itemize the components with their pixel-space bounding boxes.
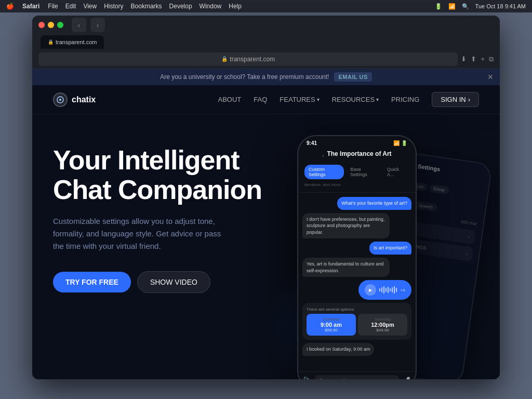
show-video-button[interactable]: SHOW VIDEO — [137, 271, 210, 293]
tab-url: transparent.com — [56, 39, 97, 45]
phone-tabs: Custom Settings Base Settings Quick A... — [304, 165, 409, 179]
bookmarks-menu[interactable]: Bookmarks — [131, 3, 162, 10]
active-tab[interactable]: 🔒 transparent.com — [41, 35, 104, 49]
addr-icons: ⬇ ⬆ + ⧉ — [461, 55, 494, 63]
email-us-button[interactable]: EMAIL US — [334, 72, 371, 82]
window-menu[interactable]: Window — [200, 3, 222, 10]
back-button[interactable]: ‹ — [72, 18, 86, 32]
try-free-button[interactable]: TRY FOR FREE — [53, 272, 131, 292]
hero-title-line1: Your Intelligent — [53, 145, 240, 175]
chat-msg-bot2: Yes, art is fundamental to culture and s… — [302, 258, 390, 277]
clock: Tue Oct 18 9:41 AM — [475, 3, 526, 9]
phones-container: Custom Settings Pure Numbered List Essay… — [271, 125, 479, 374]
phone-status-bar: 9:41 📶 🔋 — [298, 136, 416, 148]
hero-buttons: TRY FOR FREE SHOW VIDEO — [53, 271, 271, 293]
maximize-button[interactable] — [57, 22, 63, 28]
logo[interactable]: chatix — [53, 92, 96, 107]
settings-chevron-1: › — [468, 234, 470, 240]
booking-price-1: $56.90 — [311, 328, 352, 332]
browser-chrome: ‹ › 🔒 transparent.com 🔒 transparent.com … — [32, 16, 500, 69]
announcement-bar: Are you a university or school? Take a f… — [32, 69, 500, 85]
share-icon[interactable]: ⬆ — [471, 55, 476, 63]
download-icon[interactable]: ⬇ — [461, 55, 467, 63]
announcement-text: Are you a university or school? Take a f… — [160, 73, 329, 81]
help-menu[interactable]: Help — [229, 3, 242, 10]
booking-time-1: 9:00 am — [311, 322, 352, 328]
booking-label: There are several options: — [307, 307, 407, 312]
booking-price-2: $49.90 — [362, 328, 403, 332]
history-menu[interactable]: History — [104, 3, 123, 10]
browser-window: ‹ › 🔒 transparent.com 🔒 transparent.com … — [32, 16, 500, 379]
resources-nav-link[interactable]: RESOURCES ▾ — [332, 96, 379, 103]
chat-msg-booked: I booked on Saturday, 9:00 am — [302, 343, 374, 356]
close-announcement-button[interactable]: ✕ — [487, 73, 494, 81]
file-menu[interactable]: File — [48, 3, 58, 10]
chat-msg-question1: What's your favorite type of art? — [337, 197, 411, 210]
phone-chat: What's your favorite type of art? I don'… — [298, 193, 416, 371]
tab-quick[interactable]: Quick A... — [383, 165, 409, 179]
develop-menu[interactable]: Develop — [169, 3, 192, 10]
hero-title: Your Intelligent Chat Companion — [53, 145, 271, 205]
wifi-icon: 📶 — [448, 3, 456, 10]
tabs-icon[interactable]: ⧉ — [489, 55, 494, 63]
pricing-nav-link[interactable]: PRICING — [391, 96, 419, 103]
view-menu[interactable]: View — [83, 3, 97, 10]
close-button[interactable] — [38, 22, 45, 28]
booking-slot-1[interactable]: Saturday 9:00 am $56.90 — [307, 314, 356, 336]
site-nav: chatix ABOUT FAQ FEATURES ▾ RESOURCES ▾ … — [32, 85, 500, 114]
desktop: 🍎 Safari File Edit View History Bookmark… — [0, 0, 532, 399]
about-nav-link[interactable]: ABOUT — [218, 96, 242, 103]
faq-nav-link[interactable]: FAQ — [254, 96, 267, 103]
add-tab-icon[interactable]: + — [481, 55, 485, 63]
hero-section: Your Intelligent Chat Companion Customiz… — [32, 114, 500, 379]
phone-screen: 9:41 📶 🔋 ‹ The Importance of Art — [298, 136, 416, 379]
svg-point-1 — [59, 99, 61, 101]
resources-dropdown-arrow: ▾ — [376, 97, 379, 102]
edit-menu[interactable]: Edit — [65, 3, 76, 10]
logo-icon — [53, 92, 68, 107]
booking-day-2: Saturday — [374, 317, 391, 322]
context-label: literature, and more. — [304, 181, 409, 188]
settings-chevron-2: › — [466, 250, 468, 256]
speech-tag[interactable]: Speech — [414, 201, 437, 212]
mic-icon[interactable]: 🎤 — [403, 377, 410, 379]
hero-title-line2: Chat Companion — [53, 175, 262, 205]
chat-input[interactable]: Type something... — [314, 375, 400, 379]
sign-in-button[interactable]: SIGN IN › — [432, 92, 479, 107]
booking-day-1: Saturday — [323, 317, 339, 322]
booking-card: There are several options: Saturday 9:00… — [302, 303, 411, 340]
safari-menu[interactable]: Safari — [22, 3, 39, 10]
booking-time-2: 12:00pm — [362, 322, 403, 328]
chat-msg-question2: Is art important? — [369, 242, 411, 255]
forward-button[interactable]: › — [90, 18, 105, 32]
attach-icon[interactable]: 📎 — [303, 377, 311, 379]
phone-header: ‹ The Importance of Art Custom Settings … — [298, 148, 416, 193]
menubar-right: 🔋 📶 🔍 Tue Oct 18 9:41 AM — [435, 3, 526, 10]
site-content: Are you a university or school? Take a f… — [32, 69, 500, 379]
features-nav-link[interactable]: FEATURES ▾ — [280, 96, 319, 103]
audio-message: ▶ — [358, 280, 411, 300]
features-dropdown-arrow: ▾ — [317, 97, 320, 102]
hero-right: Custom Settings Pure Numbered List Essay… — [271, 130, 479, 379]
essay-tag[interactable]: Essay — [429, 184, 450, 194]
traffic-lights — [38, 22, 63, 28]
address-bar[interactable]: 🔒 transparent.com — [38, 52, 458, 66]
phone-input-bar: 📎 Type something... 🎤 — [298, 371, 416, 379]
lock-icon: 🔒 — [221, 56, 228, 62]
audio-play-button[interactable]: ▶ — [365, 284, 376, 296]
search-icon[interactable]: 🔍 — [462, 3, 469, 10]
tab-custom-settings[interactable]: Custom Settings — [304, 165, 344, 179]
minimize-button[interactable] — [48, 22, 54, 28]
tab-base-settings[interactable]: Base Settings — [346, 165, 381, 179]
apple-icon[interactable]: 🍎 — [6, 3, 14, 10]
booking-slot-2[interactable]: Saturday 12:00pm $49.90 — [358, 314, 407, 336]
booking-options: Saturday 9:00 am $56.90 Saturday 12:00pm — [307, 314, 407, 336]
tab-bar: 🔒 transparent.com — [32, 34, 500, 50]
nav-buttons: ‹ › — [72, 18, 105, 32]
sign-in-arrow: › — [468, 96, 470, 103]
titlebar: ‹ › — [32, 16, 500, 34]
status-time: 9:41 — [307, 140, 317, 146]
addressbar-row: 🔒 transparent.com ⬇ ⬆ + ⧉ — [32, 50, 500, 69]
menubar: 🍎 Safari File Edit View History Bookmark… — [0, 0, 532, 12]
nav-links: ABOUT FAQ FEATURES ▾ RESOURCES ▾ PRICING — [218, 96, 420, 103]
